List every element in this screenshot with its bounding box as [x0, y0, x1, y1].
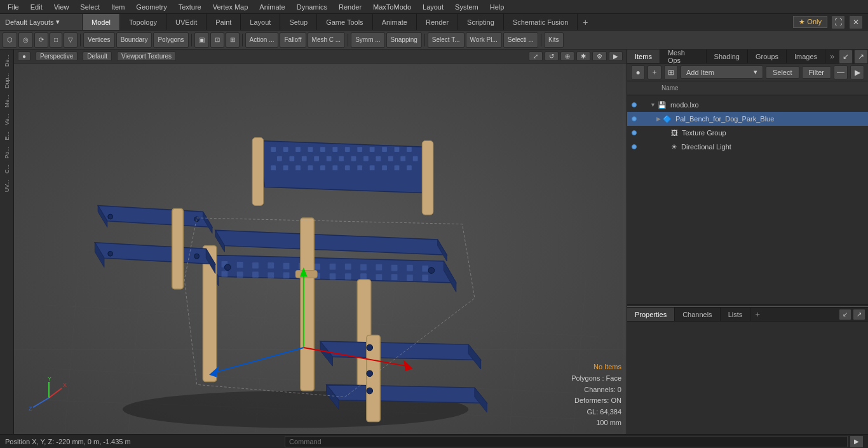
prop-expand-btn[interactable]: ↗: [853, 309, 865, 320]
menu-item-view[interactable]: View: [49, 2, 74, 12]
toolbar-btn-tb-box[interactable]: □: [50, 32, 62, 48]
visibility-toggle-texture-group[interactable]: [630, 128, 639, 137]
toolbar-btn-tb-rotate[interactable]: ⟳: [34, 32, 48, 48]
viewport-play-btn[interactable]: ▶: [609, 51, 623, 61]
visibility-toggle-pal-bench[interactable]: [630, 114, 639, 123]
layout-tab-layout[interactable]: Layout: [241, 14, 280, 30]
menu-item-render[interactable]: Render: [334, 2, 367, 12]
panel-tab-mesh-ops[interactable]: Mesh Ops: [660, 50, 707, 63]
layout-tab-model[interactable]: Model: [83, 14, 120, 30]
panel-tab-add[interactable]: »: [825, 51, 839, 61]
command-area[interactable]: [285, 436, 848, 447]
prop-tab-properties[interactable]: Properties: [627, 308, 675, 321]
toolbar-btn-tb-falloff[interactable]: Falloff: [280, 32, 306, 48]
menu-item-select[interactable]: Select: [75, 2, 105, 12]
viewport-perspective-btn[interactable]: Perspective: [36, 51, 78, 61]
panel-collapse-btn-2[interactable]: ↙: [839, 50, 853, 64]
toolbar-btn-tb-selecti[interactable]: Selecti ...: [503, 32, 538, 48]
panel-tab-images[interactable]: Images: [787, 50, 825, 63]
menu-item-file[interactable]: File: [3, 2, 24, 12]
sidebar-label-6[interactable]: C...: [3, 162, 11, 176]
toolbar-btn-tb-mode3[interactable]: ⊞: [226, 32, 240, 48]
sidebar-label-5[interactable]: Po...: [3, 144, 11, 161]
layout-tab-game-tools[interactable]: Game Tools: [317, 14, 373, 30]
toolbar-btn-tb-polygons[interactable]: Polygons: [153, 32, 188, 48]
panel-eye-btn[interactable]: ●: [631, 65, 645, 79]
toolbar-btn-tb-mesh[interactable]: Mesh C ...: [308, 32, 346, 48]
tree-arrow-modo-lxo[interactable]: ▼: [650, 102, 656, 108]
sidebar-label-7[interactable]: UV...: [3, 177, 11, 194]
layout-dropdown[interactable]: Default Layouts ▾: [0, 14, 83, 30]
toolbar-btn-tb-origin[interactable]: ◎: [18, 32, 33, 48]
menu-item-edit[interactable]: Edit: [25, 2, 48, 12]
layout-add-tab[interactable]: +: [578, 17, 593, 27]
panel-tab-items[interactable]: Items: [627, 50, 660, 63]
menu-item-system[interactable]: System: [450, 2, 484, 12]
prop-tab-channels[interactable]: Channels: [675, 308, 720, 321]
toolbar-btn-tb-mode2[interactable]: ⊡: [210, 32, 224, 48]
prop-tab-lists[interactable]: Lists: [721, 308, 751, 321]
viewport-settings-btn[interactable]: ⚙: [592, 51, 607, 61]
tree-item-pal-bench[interactable]: ▶🔷Pal_Bench_for_Dog_Park_Blue: [627, 112, 868, 126]
viewport-rotate-btn[interactable]: ↺: [545, 51, 559, 61]
star-only-button[interactable]: ★ Only: [793, 16, 827, 28]
viewport-options-btn[interactable]: ✱: [576, 51, 590, 61]
layout-tab-topology[interactable]: Topology: [120, 14, 166, 30]
sidebar-label-4[interactable]: E...: [3, 129, 11, 143]
panel-expand-btn-2[interactable]: ↗: [854, 50, 868, 64]
sidebar-label-1[interactable]: Dup...: [3, 71, 11, 91]
panel-collapse-btn[interactable]: —: [834, 65, 848, 79]
command-go-button[interactable]: ▶: [850, 436, 863, 447]
layout-tab-setup[interactable]: Setup: [280, 14, 317, 30]
viewport-default-btn[interactable]: Default: [83, 51, 112, 61]
prop-tab-add[interactable]: +: [750, 309, 764, 319]
menu-item-help[interactable]: Help: [485, 2, 510, 12]
viewport-eye-btn[interactable]: ●: [18, 51, 31, 61]
sidebar-label-0[interactable]: De...: [3, 52, 11, 69]
select-button[interactable]: Select: [766, 66, 799, 79]
add-item-button[interactable]: Add Item ▾: [681, 65, 763, 79]
menu-item-geometry[interactable]: Geometry: [131, 2, 172, 12]
command-input[interactable]: [289, 438, 843, 445]
panel-filter-btn[interactable]: ⊞: [664, 65, 678, 79]
panel-tab-groups[interactable]: Groups: [748, 50, 787, 63]
panel-tab-shading[interactable]: Shading: [707, 50, 748, 63]
layout-tab-render[interactable]: Render: [417, 14, 458, 30]
menu-item-vertex map[interactable]: Vertex Map: [208, 2, 254, 12]
panel-add-btn[interactable]: +: [648, 65, 661, 79]
toolbar-btn-tb-symm[interactable]: Symm ...: [351, 32, 384, 48]
viewport-textures-btn[interactable]: Viewport Textures: [117, 51, 176, 61]
visibility-toggle-directional-light[interactable]: [630, 142, 639, 151]
menu-item-item[interactable]: Item: [106, 2, 130, 12]
layout-tab-scripting[interactable]: Scripting: [458, 14, 504, 30]
toolbar-btn-tb-snapping[interactable]: Snapping: [386, 32, 422, 48]
toolbar-btn-tb-snap[interactable]: ⬡: [3, 32, 17, 48]
tree-item-modo-lxo[interactable]: ▼💾modo.lxo: [627, 98, 868, 112]
sidebar-label-3[interactable]: Ve...: [3, 111, 11, 128]
viewport-fit-btn[interactable]: ⊕: [560, 51, 574, 61]
close-button[interactable]: ✕: [849, 15, 863, 29]
menu-item-maxtomodo[interactable]: MaxToModo: [368, 2, 416, 12]
tree-arrow-pal-bench[interactable]: ▶: [656, 116, 661, 122]
toolbar-btn-tb-kits[interactable]: Kits: [544, 32, 564, 48]
menu-item-texture[interactable]: Texture: [173, 2, 207, 12]
menu-item-layout[interactable]: Layout: [417, 2, 449, 12]
sidebar-label-2[interactable]: Me...: [3, 92, 11, 110]
filter-button[interactable]: Filter: [802, 66, 831, 79]
tree-item-directional-light[interactable]: ☀Directional Light: [627, 140, 868, 154]
viewport-canvas[interactable]: No Items Polygons : Face Channels: 0 Def…: [14, 64, 627, 434]
toolbar-btn-tb-mode[interactable]: ▣: [194, 32, 209, 48]
layout-tab-uvedit[interactable]: UVEdit: [166, 14, 207, 30]
menu-item-dynamics[interactable]: Dynamics: [292, 2, 332, 12]
toolbar-btn-tb-selectt[interactable]: Select T...: [428, 32, 465, 48]
tree-item-texture-group[interactable]: 🖼Texture Group: [627, 126, 868, 140]
layout-tab-animate[interactable]: Animate: [373, 14, 417, 30]
layout-tab-schematic-fusion[interactable]: Schematic Fusion: [504, 14, 578, 30]
toolbar-btn-tb-sel[interactable]: ▽: [64, 32, 78, 48]
menu-item-animate[interactable]: Animate: [254, 2, 290, 12]
visibility-toggle-modo-lxo[interactable]: [630, 100, 639, 109]
layout-tab-paint[interactable]: Paint: [207, 14, 241, 30]
toolbar-btn-tb-boundary[interactable]: Boundary: [116, 32, 153, 48]
toolbar-btn-tb-workpl[interactable]: Work Pl...: [466, 32, 502, 48]
panel-expand-btn[interactable]: ▶: [850, 65, 864, 79]
